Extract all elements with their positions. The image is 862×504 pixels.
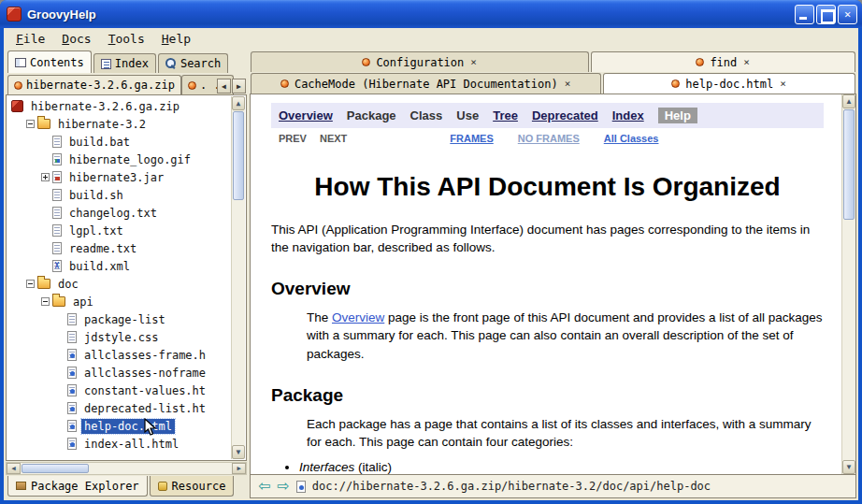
app-window: GroovyHelp File Docs Tools Help Contents xyxy=(0,0,862,504)
scroll-tabs-right-icon[interactable]: ▶ xyxy=(232,79,246,94)
tab-configuration[interactable]: Configuration × xyxy=(251,51,589,72)
nav-class: Class xyxy=(410,108,443,122)
html-file-icon xyxy=(67,402,77,414)
collapse-icon[interactable] xyxy=(26,120,35,128)
menu-help[interactable]: Help xyxy=(153,30,199,48)
tree-item-hibernate-3-2[interactable]: hibernate-3.2 xyxy=(7,115,231,133)
tab-index[interactable]: Index xyxy=(93,53,156,73)
collapse-icon[interactable] xyxy=(26,280,35,288)
tree-item-help-doc-html[interactable]: help-doc.html xyxy=(7,417,231,435)
tree-scrollbar: ▲ ▼ xyxy=(231,96,245,459)
file-icon xyxy=(52,189,62,201)
nav-deprecated-link[interactable]: Deprecated xyxy=(532,108,598,122)
tree-item-build-sh[interactable]: build.sh xyxy=(7,186,231,204)
bottom-tab-bar: Package Explorer Resource xyxy=(6,476,247,498)
tab-search[interactable]: Search xyxy=(158,53,228,73)
close-tab-icon[interactable]: × xyxy=(779,79,787,89)
back-icon[interactable]: ⇦ xyxy=(258,479,270,494)
overview-inline-link[interactable]: Overview xyxy=(332,310,384,324)
left-panel: Contents Index Search hibernate-3.2.6.ga xyxy=(6,50,247,498)
close-button[interactable] xyxy=(838,5,857,24)
content-scrollbar-thumb[interactable] xyxy=(843,109,855,220)
scroll-tabs-left-icon[interactable]: ◀ xyxy=(217,79,231,94)
tree-item-allclasses-frame[interactable]: allclasses-frame.h xyxy=(7,346,231,364)
nav-overview-link[interactable]: Overview xyxy=(279,108,333,122)
xml-file-icon xyxy=(52,260,62,272)
section-overview-heading: Overview xyxy=(271,279,824,299)
close-tab-icon[interactable]: × xyxy=(564,79,572,89)
tree-item-api[interactable]: api xyxy=(7,293,231,310)
maximize-button[interactable] xyxy=(816,5,836,24)
intro-paragraph: This API (Application Programming Interf… xyxy=(271,221,824,256)
nav-index-link[interactable]: Index xyxy=(612,108,644,122)
minimize-button[interactable] xyxy=(795,5,814,24)
contents-icon xyxy=(15,58,26,67)
scroll-up-icon[interactable]: ▲ xyxy=(842,94,855,108)
tab-cachemode[interactable]: CacheMode (Hibernate API Documentation) … xyxy=(251,73,601,94)
resource-icon xyxy=(158,482,167,491)
tree-item-build-xml[interactable]: build.xml xyxy=(7,257,231,275)
tree-item-package-list[interactable]: package-list xyxy=(7,310,231,328)
scroll-down-icon[interactable]: ▼ xyxy=(842,460,855,474)
tree-item-lgpl-txt[interactable]: lgpl.txt xyxy=(7,222,231,239)
list-item: Interfaces (italic) xyxy=(299,458,824,474)
tab-configuration-label: Configuration xyxy=(376,56,464,69)
tab-resource[interactable]: Resource xyxy=(150,476,235,497)
tree-item-allclasses-noframe[interactable]: allclasses-noframe xyxy=(7,364,231,382)
nav-help-current: Help xyxy=(658,108,697,123)
app-icon xyxy=(7,7,22,22)
tab-hibernate-zip[interactable]: hibernate-3.2.6.ga.zip xyxy=(7,75,181,94)
nav-package: Package xyxy=(347,108,396,122)
menu-docs[interactable]: Docs xyxy=(53,30,99,48)
tab-package-explorer[interactable]: Package Explorer xyxy=(7,476,148,497)
editor-tab-row-1: Configuration × find × xyxy=(250,50,856,72)
tree-item-constant-values[interactable]: constant-values.ht xyxy=(7,382,231,399)
forward-icon[interactable]: ⇨ xyxy=(277,479,289,494)
scroll-right-icon[interactable]: ▶ xyxy=(232,463,246,474)
html-file-icon xyxy=(67,420,77,432)
nav-all-classes-link[interactable]: All Classes xyxy=(604,133,659,144)
menu-file[interactable]: File xyxy=(7,30,53,48)
close-tab-icon[interactable]: × xyxy=(742,57,751,67)
scroll-down-icon[interactable]: ▼ xyxy=(232,445,245,459)
scroll-left-icon[interactable]: ◀ xyxy=(7,463,21,474)
tree-item-deprecated-list[interactable]: deprecated-list.ht xyxy=(7,399,231,417)
tree-item-jdstyle-css[interactable]: jdstyle.css xyxy=(7,328,231,346)
tree-item-hibernate3-jar[interactable]: hibernate3.jar xyxy=(7,168,231,186)
file-icon xyxy=(52,136,62,148)
document-dot-icon xyxy=(362,58,370,66)
tree-item-doc[interactable]: doc xyxy=(7,275,231,293)
document-dot-icon xyxy=(14,81,22,90)
tab-search-label: Search xyxy=(180,57,221,70)
document-dot-icon xyxy=(188,81,196,90)
package-category-list: Interfaces (italic) Classes Enums xyxy=(299,458,824,474)
tree-scrollbar-thumb[interactable] xyxy=(233,111,244,200)
tree-item-index-all-html[interactable]: index-all.html xyxy=(7,435,231,453)
scroll-up-icon[interactable]: ▲ xyxy=(232,96,245,110)
file-icon xyxy=(67,331,77,343)
tree-item-hibernate-logo-gif[interactable]: hibernate_logo.gif xyxy=(7,151,231,168)
nav-frames-link[interactable]: FRAMES xyxy=(450,133,493,144)
collapse-icon[interactable] xyxy=(41,297,50,306)
section-overview-text: The Overview page is the front page of t… xyxy=(307,309,824,362)
html-file-icon xyxy=(67,367,77,379)
menu-tools[interactable]: Tools xyxy=(100,30,153,48)
close-tab-icon[interactable]: × xyxy=(469,57,478,67)
file-icon xyxy=(52,224,62,237)
editor-tab-row-2: CacheMode (Hibernate API Documentation) … xyxy=(250,72,856,94)
nav-noframes-link[interactable]: NO FRAMES xyxy=(518,133,580,144)
window-controls xyxy=(795,5,857,24)
tab-contents[interactable]: Contents xyxy=(7,50,92,73)
nav-tree-link[interactable]: Tree xyxy=(493,108,518,122)
tree-item-changelog-txt[interactable]: changelog.txt xyxy=(7,204,231,222)
tree-item-build-bat[interactable]: build.bat xyxy=(7,133,231,151)
tab-help-doc-html-label: help-doc.html xyxy=(685,78,773,91)
tree-hscrollbar-thumb[interactable] xyxy=(22,464,89,473)
section-package-text: Each package has a page that contains a … xyxy=(307,415,824,451)
tab-find[interactable]: find × xyxy=(591,51,855,72)
tree-item-root[interactable]: hibernate-3.2.6.ga.zip xyxy=(7,97,231,115)
expand-icon[interactable] xyxy=(41,173,50,181)
image-file-icon xyxy=(52,153,62,166)
tree-item-readme-txt[interactable]: readme.txt xyxy=(7,239,231,257)
tab-help-doc-html[interactable]: help-doc.html × xyxy=(603,73,855,94)
